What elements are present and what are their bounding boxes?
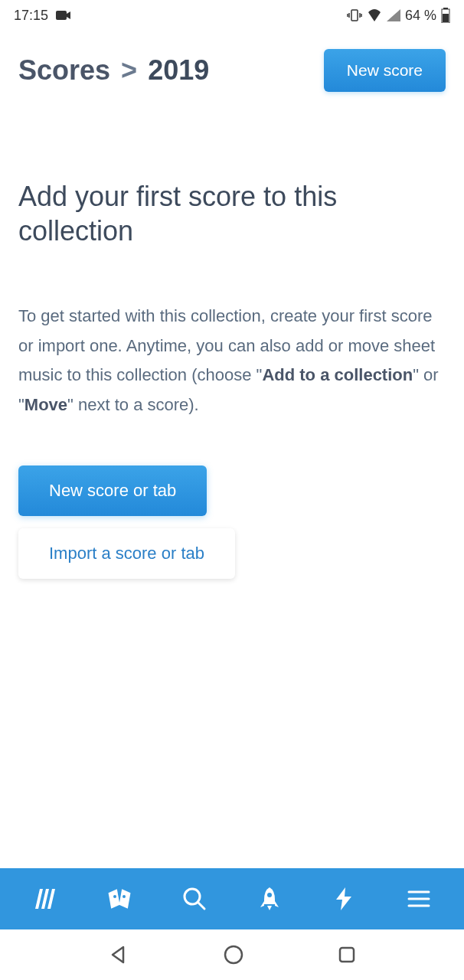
import-score-button[interactable]: Import a score or tab xyxy=(18,528,235,579)
description-part3: " next to a score). xyxy=(67,395,199,414)
section-title: Add your first score to this collection xyxy=(18,179,446,248)
system-recent-button[interactable] xyxy=(338,946,356,964)
svg-rect-4 xyxy=(443,14,449,22)
description-bold1: Add to a collection xyxy=(262,365,413,384)
svg-rect-10 xyxy=(340,948,354,962)
description-text: To get started with this collection, cre… xyxy=(18,302,446,420)
breadcrumb-separator: > xyxy=(121,54,137,86)
main-content: Add your first score to this collection … xyxy=(0,103,464,868)
menu-nav-item[interactable] xyxy=(397,877,440,920)
scores-nav-item[interactable] xyxy=(98,877,141,920)
status-bar: 17:15 64 % xyxy=(0,0,464,31)
svg-point-6 xyxy=(123,895,126,898)
svg-rect-0 xyxy=(56,11,67,20)
search-nav-item[interactable] xyxy=(173,877,216,920)
rocket-nav-item[interactable] xyxy=(248,877,291,920)
signal-icon xyxy=(387,9,400,21)
bolt-nav-item[interactable] xyxy=(322,877,365,920)
svg-point-9 xyxy=(225,946,242,963)
description-bold2: Move xyxy=(25,395,67,414)
vibrate-icon xyxy=(347,8,362,22)
new-score-button[interactable]: New score xyxy=(324,49,446,92)
logo-nav-item[interactable] xyxy=(24,877,67,920)
wifi-icon xyxy=(367,9,382,21)
breadcrumb: Scores > 2019 xyxy=(18,54,209,87)
breadcrumb-current: 2019 xyxy=(148,54,209,86)
bottom-nav xyxy=(0,868,464,929)
battery-icon xyxy=(441,8,450,23)
video-camera-icon xyxy=(56,10,71,21)
status-left: 17:15 xyxy=(14,8,71,24)
page-header: Scores > 2019 New score xyxy=(0,31,464,103)
battery-percent: 64 % xyxy=(405,8,436,24)
svg-rect-1 xyxy=(351,10,358,21)
system-nav xyxy=(0,929,464,980)
breadcrumb-root[interactable]: Scores xyxy=(18,54,110,86)
new-score-or-tab-button[interactable]: New score or tab xyxy=(18,466,207,516)
system-back-button[interactable] xyxy=(108,944,129,965)
svg-point-8 xyxy=(267,893,272,897)
status-right: 64 % xyxy=(347,8,450,24)
action-buttons: New score or tab Import a score or tab xyxy=(18,466,446,579)
system-home-button[interactable] xyxy=(223,944,244,965)
status-time: 17:15 xyxy=(14,8,48,24)
svg-point-5 xyxy=(113,895,116,898)
